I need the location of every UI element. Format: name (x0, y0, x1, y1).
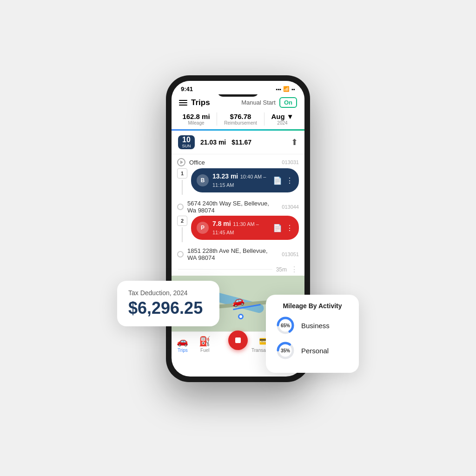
mileage-popup-title: Mileage By Activity (275, 302, 350, 310)
business-label: Business (301, 322, 330, 330)
stat-divider-2 (264, 112, 264, 126)
status-bar: 9:41 ▪▪▪ 📶 ▪▪ (172, 81, 304, 94)
signal-icon: ▪▪▪ (276, 86, 281, 92)
header-title: Trips (191, 98, 210, 107)
connector-line-2 (182, 227, 183, 242)
trip-2-number: 2 (177, 216, 187, 226)
personal-donut: 35% (275, 340, 296, 361)
reimbursement-value: $76.78 (224, 112, 257, 120)
business-pct: 65% (281, 323, 290, 328)
tax-deduction-popup: Tax Deduction, 2024 $6,296.25 (117, 281, 219, 326)
trip-2-dest-row: 1851 228th Ave NE, Bellevue, WA 98074 01… (177, 244, 299, 263)
trip-2-more-icon[interactable]: ⋮ (286, 224, 293, 232)
status-icons: ▪▪▪ 📶 ▪▪ (276, 86, 295, 92)
record-area (221, 336, 241, 353)
month-stat[interactable]: Aug ▼ 2024 (271, 112, 293, 126)
fuel-icon: ⛽ (199, 336, 211, 347)
trip-2-origin-row: 5674 240th Way SE, Bellevue, Wa 98074 01… (177, 196, 299, 216)
personal-label: Personal (301, 347, 329, 355)
stats-row: 162.8 mi Mileage $76.78 Reimbursement Au… (179, 112, 297, 126)
trip-1-origin-name: Office (189, 159, 278, 166)
header-right: Manual Start On (241, 97, 297, 108)
duration-line (178, 269, 272, 270)
reimbursement-stat: $76.78 Reimbursement (224, 112, 257, 126)
scene: Tax Deduction, 2024 $6,296.25 9:41 ▪▪▪ 📶… (117, 75, 359, 401)
trip-1-doc-icon[interactable]: 📄 (273, 176, 282, 185)
manual-start-toggle[interactable]: On (279, 97, 297, 108)
trip-2-origin-name: 5674 240th Way SE, Bellevue, Wa 98074 (187, 200, 278, 214)
trip-2-miles: 7.8 mi (212, 220, 231, 227)
business-donut: 65% (275, 315, 296, 336)
day-amount: $11.67 (231, 139, 251, 146)
battery-icon: ▪▪ (291, 86, 295, 92)
stat-divider-1 (217, 112, 217, 126)
trips-icon: 🚗 (177, 336, 188, 347)
personal-pct: 35% (281, 348, 290, 353)
mileage-business-item: 65% Business (275, 315, 350, 336)
trip-1-connector: 1 B 13.23 mi 10:40 AM – 11:15 AM 📄 ⋮ (177, 168, 299, 196)
menu-button[interactable] (179, 100, 187, 106)
duration-row: 35m ⋮ (172, 263, 304, 276)
trip-1-origin-row: Office 013031 (177, 154, 299, 168)
connector-left-1: 1 (177, 168, 187, 196)
nav-trips[interactable]: 🚗 Trips (177, 336, 188, 353)
mileage-value: 162.8 mi (182, 112, 210, 120)
location-dot-2 (177, 251, 184, 258)
trip-1-badge: B (197, 174, 209, 186)
year-value: 2024 (271, 120, 293, 126)
map-pin-icon (238, 314, 244, 319)
trip-2-dest-code: 013051 (282, 251, 299, 257)
connector-line-1 (182, 180, 183, 195)
day-header: 10 SUN 21.03 mi $11.67 ⬆ (172, 131, 304, 154)
trip-2-dest-name: 1851 228th Ave NE, Bellevue, WA 98074 (187, 247, 278, 261)
duration-text: 35m (272, 266, 291, 273)
trip-1-card[interactable]: B 13.23 mi 10:40 AM – 11:15 AM 📄 ⋮ (191, 168, 299, 192)
mileage-popup: Mileage By Activity 65% Business 35% Per… (266, 295, 359, 373)
trip-1-more-icon[interactable]: ⋮ (286, 176, 293, 185)
tax-label: Tax Deduction, 2024 (128, 289, 208, 297)
record-button[interactable] (228, 331, 248, 350)
play-icon (177, 158, 185, 166)
day-box: 10 SUN (178, 135, 195, 149)
trip-2-origin-code: 013044 (282, 204, 299, 210)
mileage-stat: 162.8 mi Mileage (182, 112, 210, 126)
wifi-icon: 📶 (283, 86, 290, 92)
trip-1-miles: 13.23 mi (212, 172, 238, 180)
reimbursement-label: Reimbursement (224, 120, 257, 126)
day-name: SUN (182, 144, 191, 148)
day-number: 10 (182, 136, 191, 144)
trip-section: Office 013031 1 B 13.23 mi 10:40 AM – 11… (172, 154, 304, 263)
trip-2-connector: 2 P 7.8 mi 11:30 AM – 11:45 AM 📄 ⋮ (177, 216, 299, 244)
header-left: Trips (179, 98, 210, 107)
connector-left-2: 2 (177, 216, 187, 244)
day-miles: 21.03 mi (200, 139, 226, 146)
mileage-label: Mileage (182, 120, 210, 126)
tax-amount: $6,296.25 (128, 298, 208, 318)
trip-1-origin-code: 013031 (282, 159, 299, 165)
fuel-nav-label: Fuel (200, 348, 209, 353)
duration-more-icon[interactable]: ⋮ (291, 265, 298, 274)
location-dot-1 (177, 204, 184, 210)
manual-start-label: Manual Start (241, 99, 276, 106)
mileage-personal-item: 35% Personal (275, 340, 350, 361)
trip-2-badge: P (197, 222, 209, 234)
trip-2-card[interactable]: P 7.8 mi 11:30 AM – 11:45 AM 📄 ⋮ (191, 216, 299, 240)
trip-1-info: 13.23 mi 10:40 AM – 11:15 AM (212, 172, 269, 189)
app-header: Trips Manual Start On 162.8 mi Mileage $… (172, 94, 304, 131)
trip-2-info: 7.8 mi 11:30 AM – 11:45 AM (212, 219, 269, 236)
trips-nav-label: Trips (178, 348, 188, 353)
day-stats: 21.03 mi $11.67 (200, 139, 251, 146)
export-icon[interactable]: ⬆ (291, 137, 298, 147)
trip-2-doc-icon[interactable]: 📄 (273, 224, 282, 232)
trip-1-number: 1 (177, 168, 187, 178)
nav-fuel[interactable]: ⛽ Fuel (199, 336, 211, 353)
trip-1-actions: 📄 ⋮ (273, 176, 293, 185)
month-value: Aug ▼ (271, 112, 293, 120)
status-time: 9:41 (181, 86, 193, 93)
trip-2-actions: 📄 ⋮ (273, 224, 293, 232)
